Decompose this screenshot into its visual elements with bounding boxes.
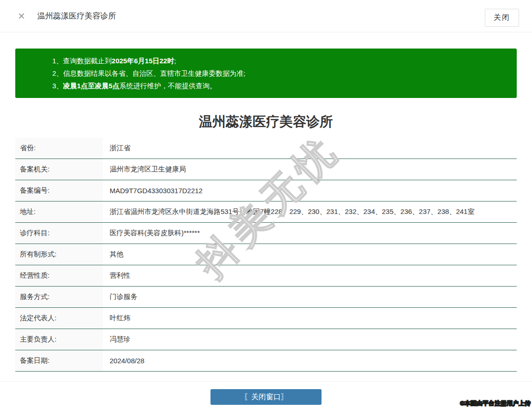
upload-stamp: ©本图由平台注册用户上传 [460, 399, 531, 408]
row-label: 省份: [15, 138, 103, 159]
table-row-address: 地址: 浙江省温州市龙湾区永中街道龙海路531号香雅园7幢228、229、230… [15, 201, 517, 223]
table-row-filing-date: 备案日期: 2024/08/28 [15, 350, 517, 372]
row-value: 营利性 [103, 265, 130, 286]
table-row-province: 省份: 浙江省 [15, 138, 517, 159]
row-label: 备案编号: [15, 180, 103, 201]
table-row-service-mode: 服务方式: 门诊服务 [15, 287, 517, 308]
notice-box: 1、查询数据截止到2025年6月15日22时; 2、信息数据结果以各省、自治区、… [15, 49, 517, 98]
table-row-filing-number: 备案编号: MAD9T7GD433030317D2212 [15, 180, 517, 201]
row-label: 经营性质: [15, 265, 103, 286]
close-x-icon[interactable]: ✕ [18, 12, 25, 21]
row-value: 浙江省温州市龙湾区永中街道龙海路531号香雅园7幢228、229、230、231… [103, 201, 475, 222]
row-value: 门诊服务 [103, 287, 137, 307]
row-label: 主要负责人: [15, 329, 103, 350]
row-value: 其他 [103, 244, 124, 265]
row-label: 备案日期: [15, 350, 103, 371]
detail-table: 省份: 浙江省 备案机关: 温州市龙湾区卫生健康局 备案编号: MAD9T7GD… [15, 138, 517, 372]
row-label: 服务方式: [15, 287, 103, 307]
table-row-operating-nature: 经营性质: 营利性 [15, 265, 517, 287]
clinic-title: 温州蕊漾医疗美容诊所 [15, 113, 517, 131]
row-value: 2024/08/28 [103, 350, 144, 371]
table-row-treatment-subjects: 诊疗科目: 医疗美容科(美容皮肤科)****** [15, 223, 517, 244]
row-value: 温州市龙湾区卫生健康局 [103, 159, 186, 180]
window-title: 温州蕊漾医疗美容诊所 [37, 11, 116, 21]
header-close-button[interactable]: 关闭 [485, 9, 519, 27]
row-value: 冯慧珍 [103, 329, 130, 350]
row-label: 地址: [15, 201, 103, 222]
close-window-button[interactable]: 〖关闭窗口〗 [210, 389, 322, 405]
table-row-ownership-form: 所有制形式: 其他 [15, 244, 517, 265]
row-value: MAD9T7GD433030317D2212 [103, 180, 203, 201]
row-label: 诊疗科目: [15, 223, 103, 244]
row-value: 医疗美容科(美容皮肤科)****** [103, 223, 200, 244]
notice-line-2: 2、信息数据结果以各省、自治区、直辖市卫生健康委数据为准; [52, 67, 507, 79]
table-row-legal-representative: 法定代表人: 叶红炜 [15, 308, 517, 329]
row-value: 叶红炜 [103, 308, 130, 329]
notice-line-1: 1、查询数据截止到2025年6月15日22时; [52, 55, 507, 67]
row-label: 法定代表人: [15, 308, 103, 329]
window-header: ✕ 温州蕊漾医疗美容诊所 关闭 [0, 0, 532, 32]
table-row-main-person-in-charge: 主要负责人: 冯慧珍 [15, 329, 517, 350]
main-content: 1、查询数据截止到2025年6月15日22时; 2、信息数据结果以各省、自治区、… [0, 49, 532, 405]
notice-line-3: 3、凌晨1点至凌晨5点系统进行维护，不能提供查询。 [52, 79, 507, 92]
footer-divider [0, 381, 532, 382]
row-label: 备案机关: [15, 159, 103, 180]
table-row-filing-authority: 备案机关: 温州市龙湾区卫生健康局 [15, 159, 517, 180]
row-label: 所有制形式: [15, 244, 103, 265]
row-value: 浙江省 [103, 138, 130, 159]
